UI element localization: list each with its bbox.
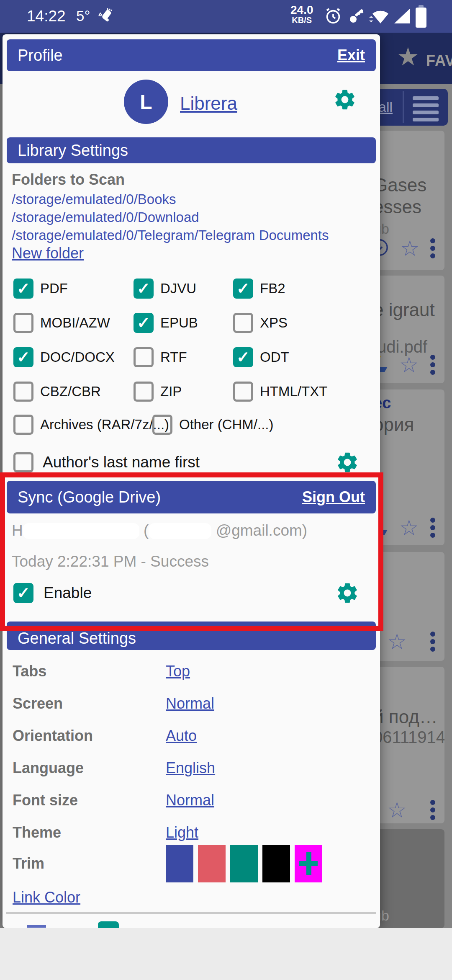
settings-row-label: Orientation: [13, 727, 166, 745]
settings-row-label: Language: [13, 759, 166, 777]
checkbox[interactable]: ✓: [233, 347, 253, 367]
format-label: DOC/DOCX: [40, 349, 115, 365]
show-all-link[interactable]: all: [378, 99, 393, 115]
checkbox[interactable]: [134, 347, 154, 367]
format-checkbox-item: ✓DJVU: [123, 271, 222, 306]
temperature-text: 5°: [76, 8, 90, 24]
key-icon: [347, 6, 367, 28]
settings-row-value[interactable]: English: [166, 759, 215, 777]
favorite-star-icon[interactable]: ☆: [400, 237, 420, 259]
network-speed-unit: KB/S: [292, 15, 312, 25]
format-checkbox-item: ✓PDF: [3, 271, 123, 306]
author-last-name-checkbox[interactable]: [13, 452, 33, 472]
checkbox[interactable]: ✓: [134, 313, 154, 333]
favorites-tab-label[interactable]: FAV: [426, 52, 452, 70]
trim-color-swatch[interactable]: [166, 845, 193, 882]
general-settings-title: General Settings: [18, 629, 136, 650]
pen-hand-icon: [95, 7, 115, 28]
checkbox[interactable]: [233, 382, 253, 402]
favorite-star-icon[interactable]: ☆: [399, 354, 419, 376]
favorite-star-icon[interactable]: ☆: [387, 631, 407, 652]
library-gear-icon[interactable]: [336, 451, 359, 474]
format-label: PDF: [40, 281, 68, 297]
checkbox[interactable]: ✓: [233, 279, 253, 299]
exit-button[interactable]: Exit: [337, 46, 365, 64]
checkbox[interactable]: [13, 382, 33, 402]
book-card-text: esses: [373, 196, 444, 218]
format-checkbox-grid: ✓PDF✓DJVU✓FB2MOBI/AZW✓EPUBXPS✓DOC/DOCXRT…: [3, 271, 371, 409]
settings-row-value[interactable]: Normal: [166, 695, 214, 712]
checkbox[interactable]: [13, 313, 33, 333]
favorite-star-icon[interactable]: ☆: [387, 799, 407, 821]
trim-color-swatch[interactable]: [230, 845, 258, 882]
format-checkbox-item: ✓FB2: [222, 271, 371, 306]
folder-path-item[interactable]: /storage/emulated/0/Download: [12, 208, 329, 226]
format-checkbox-item: ✓DOC/DOCX: [3, 340, 123, 374]
new-folder-button[interactable]: New folder: [12, 245, 84, 262]
avatar: L: [124, 80, 168, 124]
archive-checkbox-row: Archives (RAR/7z/...)Other (CHM/...): [3, 410, 371, 440]
settings-row-label: Theme: [13, 824, 166, 841]
format-label: Other (CHM/...): [179, 417, 274, 433]
settings-row: Font sizeNormal: [3, 784, 372, 816]
checkbox[interactable]: ✓: [13, 347, 33, 367]
format-checkbox-item: XPS: [222, 306, 371, 340]
format-label: DJVU: [160, 281, 196, 297]
more-options-icon[interactable]: [430, 355, 435, 375]
trim-color-swatch[interactable]: [198, 845, 226, 882]
status-bar: 14:22 5° 24.0 KB/S: [0, 0, 452, 33]
more-options-icon[interactable]: [430, 518, 435, 538]
library-settings-bar: Library Settings: [7, 137, 376, 163]
list-menu-icon[interactable]: [413, 96, 439, 125]
settings-row-label: Screen: [13, 695, 166, 712]
format-label: FB2: [260, 281, 285, 297]
android-nav-bar: [0, 928, 452, 980]
favorites-star-icon: ★: [397, 44, 419, 70]
format-checkbox-item: ✓EPUB: [123, 306, 222, 340]
profile-name-link[interactable]: Librera: [180, 93, 237, 114]
network-speed-value: 24.0: [290, 3, 313, 16]
trim-color-swatches: [166, 845, 327, 882]
settings-row: ScreenNormal: [3, 687, 372, 720]
wifi-icon: [368, 6, 391, 28]
folder-path-item[interactable]: /storage/emulated/0/Books: [12, 190, 329, 208]
checkbox[interactable]: [152, 415, 172, 435]
checkbox[interactable]: [134, 382, 154, 402]
format-label: EPUB: [160, 315, 198, 331]
checkbox[interactable]: [13, 415, 33, 435]
book-card-text: й под…: [373, 707, 444, 727]
folder-path-item[interactable]: /storage/emulated/0/Telegram/Telegram Do…: [12, 226, 329, 244]
settings-row-value[interactable]: Light: [166, 824, 198, 841]
avatar-letter: L: [140, 90, 152, 113]
more-options-icon[interactable]: [430, 800, 435, 820]
settings-row-value[interactable]: Auto: [166, 727, 197, 745]
screen: ★ FAV all Gasesessesub☆e igrautludi.pdf☆…: [0, 0, 452, 980]
signal-icon: [393, 6, 412, 28]
format-label: CBZ/CBR: [40, 384, 101, 400]
book-card-text: ub: [373, 907, 444, 924]
format-label: RTF: [160, 349, 187, 365]
checkbox[interactable]: ✓: [134, 279, 154, 299]
favorite-star-icon[interactable]: ☆: [399, 517, 419, 539]
section-divider: [6, 912, 376, 914]
trim-color-swatch[interactable]: [262, 845, 290, 882]
settings-row: LanguageEnglish: [3, 752, 372, 784]
checkbox[interactable]: [233, 313, 253, 333]
settings-row: TabsTop: [3, 655, 372, 687]
toolbar-divider: [403, 91, 404, 123]
folders-to-scan-label: Folders to Scan: [12, 171, 125, 188]
settings-row: OrientationAuto: [3, 720, 372, 752]
more-options-icon[interactable]: [430, 632, 435, 652]
format-checkbox-item: ✓ODT: [222, 340, 371, 374]
more-options-icon[interactable]: [430, 238, 435, 258]
profile-settings-gear-icon[interactable]: [333, 88, 357, 111]
folder-path-list: /storage/emulated/0/Books/storage/emulat…: [12, 190, 329, 244]
settings-row-value[interactable]: Normal: [166, 792, 214, 809]
link-color-button[interactable]: Link Color: [13, 889, 80, 906]
settings-row-label: Tabs: [13, 663, 166, 680]
settings-row-label: Font size: [13, 792, 166, 809]
settings-row-value[interactable]: Top: [166, 663, 190, 680]
checkbox[interactable]: ✓: [13, 279, 33, 299]
alarm-clock-icon: [323, 6, 343, 28]
trim-color-swatch[interactable]: [295, 845, 322, 882]
